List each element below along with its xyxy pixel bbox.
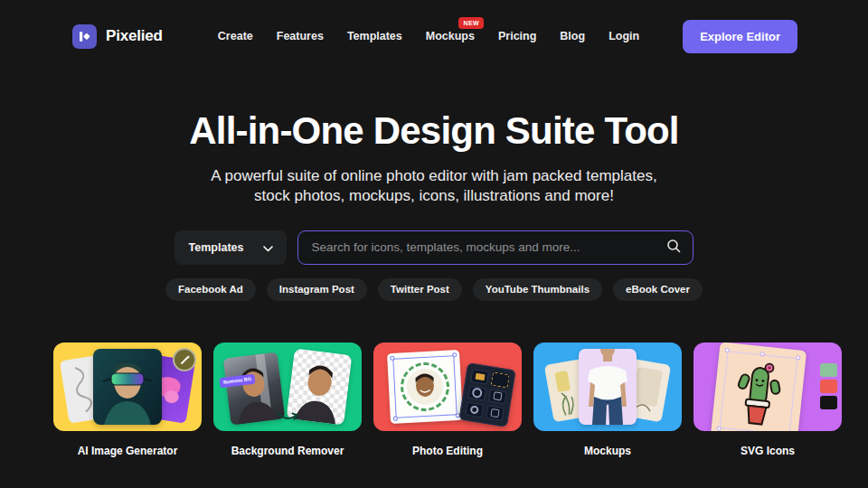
tag-twitter-post[interactable]: Twitter Post	[378, 278, 462, 302]
main-nav: Create Features Templates Mockups NEW Pr…	[218, 20, 797, 53]
nav-item-login[interactable]: Login	[609, 30, 639, 42]
feature-card-mockups[interactable]: Mockups	[533, 343, 682, 457]
photo-editing-art	[373, 343, 522, 431]
nav-item-pricing[interactable]: Pricing	[498, 30, 536, 42]
header: Pixelied Create Features Templates Mocku…	[0, 0, 868, 72]
icon-canvas	[711, 343, 807, 431]
features-row: AI Image Generator Remove BG	[0, 343, 868, 457]
tag-youtube-thumbnails[interactable]: YouTube Thumbnails	[473, 278, 602, 302]
feature-label: SVG Icons	[693, 445, 842, 457]
cactus-icon	[723, 352, 794, 431]
search-icon[interactable]	[666, 239, 681, 257]
search-box	[297, 230, 693, 265]
feature-card-photo-editing[interactable]: Photo Editing	[373, 343, 522, 457]
mockups-art	[533, 343, 682, 431]
feature-label: AI Image Generator	[53, 445, 202, 457]
search-input[interactable]	[311, 240, 666, 254]
tag-facebook-ad[interactable]: Facebook Ad	[165, 278, 256, 302]
brand-name: Pixelied	[106, 27, 163, 45]
feature-label: Photo Editing	[373, 445, 522, 457]
nav-item-templates[interactable]: Templates	[347, 30, 402, 42]
brand-logo[interactable]: Pixelied	[72, 24, 163, 49]
tag-ebook-cover[interactable]: eBook Cover	[613, 278, 703, 302]
tshirt-mockup-thumb	[579, 349, 637, 425]
tag-instagram-post[interactable]: Instagram Post	[267, 278, 367, 302]
feature-card-background-remover[interactable]: Remove BG Background Remover	[213, 343, 362, 457]
nav-item-features[interactable]: Features	[277, 30, 324, 42]
search-category-value: Templates	[189, 241, 244, 254]
color-swatches	[820, 363, 837, 409]
feature-card-svg-icons[interactable]: SVG Icons	[693, 343, 842, 457]
hero-section: All-in-One Design Suite Tool A powerful …	[0, 110, 868, 301]
page-title: All-in-One Design Suite Tool	[0, 110, 868, 152]
pixelied-logo-icon	[72, 24, 97, 49]
background-remover-art: Remove BG	[213, 343, 362, 431]
editing-control-panel	[458, 362, 515, 427]
chevron-down-icon	[263, 239, 273, 256]
search-category-dropdown[interactable]: Templates	[175, 230, 288, 265]
quick-tags-row: Facebook Ad Instagram Post Twitter Post …	[0, 278, 868, 302]
nav-item-create[interactable]: Create	[218, 30, 253, 42]
feature-label: Background Remover	[213, 445, 362, 457]
curved-arrow-icon	[276, 409, 299, 426]
explore-editor-button[interactable]: Explore Editor	[683, 20, 797, 53]
feature-label: Mockups	[533, 445, 682, 457]
search-row: Templates	[0, 230, 868, 265]
ai-image-generator-art	[53, 343, 202, 431]
framed-photo	[387, 350, 463, 424]
new-badge: NEW	[458, 17, 484, 29]
nav-item-mockups[interactable]: Mockups NEW	[426, 30, 475, 42]
svg-icons-art	[693, 343, 842, 431]
nav-item-blog[interactable]: Blog	[560, 30, 585, 42]
ai-portrait-thumb	[93, 349, 162, 425]
feature-card-ai-image-generator[interactable]: AI Image Generator	[53, 343, 202, 457]
hero-subtitle: A powerful suite of online photo editor …	[193, 166, 675, 207]
